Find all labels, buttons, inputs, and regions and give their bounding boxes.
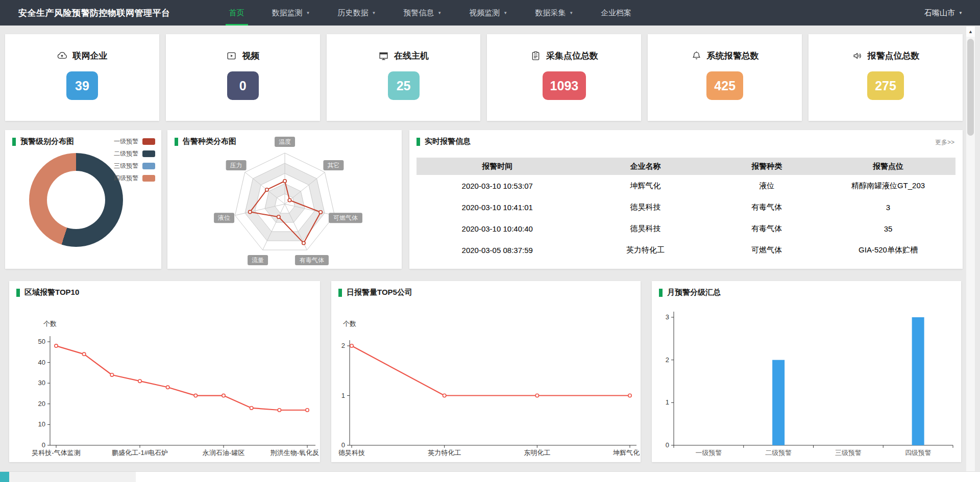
axis-label: 其它 [327, 162, 339, 169]
data-point [222, 394, 225, 397]
axis-label: 二级预警 [765, 449, 792, 456]
nav-item-label: 数据监测 [272, 8, 303, 18]
scrollbar[interactable]: ▲ [966, 27, 975, 482]
axis-label: 昊科技-气体监测 [32, 449, 80, 456]
stat-value-badge: 25 [388, 71, 420, 100]
legend-item[interactable]: 四级预警 [114, 174, 155, 183]
axis-label: 东明化工 [524, 449, 550, 456]
panel-title-text: 日报警量TOP5公司 [347, 288, 412, 297]
panel-realtime-alarms: 实时报警信息 更多>> 报警时间企业名称报警种类报警点位 2020-03-10 … [409, 130, 963, 269]
dashboard-page: 安全生产风险预警防控物联网管理平台 首页数据监测▼历史数据▼预警信息▼视频监测▼… [0, 0, 980, 482]
chevron-down-icon: ▼ [503, 11, 507, 15]
data-point [55, 344, 58, 347]
axis-label: 永润石油-罐区 [203, 449, 244, 456]
data-point [628, 394, 631, 397]
daily-top5-line-chart: 个数012德昊科技英力特化工东明化工坤辉气化 [331, 281, 641, 462]
nav-menu: 首页数据监测▼历史数据▼预警信息▼视频监测▼数据采集▼企业档案 [215, 0, 646, 26]
table-row[interactable]: 2020-03-10 10:41:01德昊科技有毒气体3 [416, 196, 955, 218]
nav-item-menu[interactable]: 历史数据▼ [324, 0, 389, 26]
footer-widget[interactable] [0, 472, 9, 482]
panel-daily-alarm-top5: 日报警量TOP5公司 个数012德昊科技英力特化工东明化工坤辉气化 [331, 281, 641, 462]
panel-title-text: 区域报警TOP10 [24, 288, 79, 297]
table-cell: 精醇南罐液位GT_203 [821, 175, 955, 196]
table-row[interactable]: 2020-03-10 10:40:40德昊科技有毒气体35 [416, 218, 955, 239]
legend-label: 一级预警 [114, 137, 138, 146]
region-top10-line-chart: 个数01020304050昊科技-气体监测鹏盛化工-1#电石炉永润石油-罐区荆洪… [9, 281, 320, 462]
region-label: 石嘴山市 [924, 8, 955, 18]
monthly-summary-bar-chart: 0123一级预警二级预警三级预警四级预警 [652, 281, 961, 462]
panel-title-text: 实时报警信息 [425, 137, 471, 146]
panel-title: 告警种类分布图 [175, 137, 236, 146]
table-cell: 德昊科技 [578, 196, 713, 218]
axis-label: 荆洪生物-氧化反 [271, 449, 319, 456]
table-row[interactable]: 2020-03-05 08:37:59英力特化工可燃气体GIA-520单体贮槽 [416, 239, 955, 261]
table-header-row: 报警时间企业名称报警种类报警点位 [416, 158, 955, 175]
stat-card: 采集点位总数1093 [487, 34, 641, 121]
data-point [535, 394, 538, 397]
nav-item-label: 数据采集 [535, 8, 566, 18]
stat-label: 在线主机 [394, 50, 429, 62]
nav-item-menu[interactable]: 数据采集▼ [521, 0, 587, 26]
nav-item-menu[interactable]: 数据监测▼ [258, 0, 324, 26]
chevron-down-icon: ▼ [569, 11, 573, 15]
data-point [278, 409, 281, 412]
radar-data-point [302, 241, 305, 244]
legend-swatch [142, 175, 155, 182]
legend-item[interactable]: 二级预警 [114, 149, 155, 158]
legend-item[interactable]: 一级预警 [114, 137, 155, 146]
footer-strip [0, 471, 980, 482]
axis-label: 个数 [343, 320, 356, 327]
data-point [138, 379, 141, 383]
axis-label: 1 [341, 392, 345, 399]
radar-data-point [265, 188, 268, 191]
data-point [194, 394, 197, 397]
clipboard-icon [530, 50, 541, 61]
bar [912, 317, 924, 445]
data-point [443, 394, 446, 397]
stat-card: 报警点位总数275 [808, 34, 963, 121]
stat-card: 系统报警总数425 [648, 34, 802, 121]
chevron-down-icon: ▼ [437, 11, 442, 15]
nav-item-menu[interactable]: 视频监测▼ [455, 0, 521, 26]
legend-label: 二级预警 [114, 149, 138, 158]
chevron-down-icon: ▼ [306, 11, 310, 15]
axis-label: 四级预警 [905, 449, 932, 456]
stat-card-header: 采集点位总数 [530, 50, 598, 62]
data-point [82, 352, 85, 356]
legend-item[interactable]: 三级预警 [114, 162, 155, 170]
scrollbar-thumb[interactable] [967, 39, 974, 136]
panel-title: 日报警量TOP5公司 [338, 288, 412, 297]
axis-label: 一级预警 [695, 449, 722, 456]
nav-item-active[interactable]: 首页 [215, 0, 258, 26]
radar-data-point [283, 180, 286, 183]
legend-swatch [142, 163, 155, 169]
axis-label: 英力特化工 [428, 449, 461, 456]
speaker-icon [852, 50, 863, 61]
axis-label: 0 [666, 441, 669, 449]
radar-data-point [288, 198, 291, 201]
axis-label: 3 [666, 313, 669, 321]
table-cell: 德昊科技 [578, 218, 713, 239]
axis-label: 2 [341, 342, 345, 349]
cloud-upload-icon [57, 50, 67, 61]
table-cell: 3 [821, 196, 955, 218]
table-row[interactable]: 2020-03-10 10:53:07坤辉气化液位精醇南罐液位GT_203 [416, 175, 955, 196]
monitor-icon [378, 50, 389, 61]
axis-label: 流量 [252, 257, 264, 264]
axis-label: 50 [38, 338, 45, 345]
line-series [56, 346, 307, 410]
stat-card-header: 联网企业 [57, 50, 107, 62]
stat-card: 视频0 [166, 34, 320, 121]
stat-value-badge: 1093 [543, 71, 586, 100]
more-link[interactable]: 更多>> [935, 138, 954, 147]
radar-data-point [277, 215, 280, 218]
region-selector[interactable]: 石嘴山市 ▼ [924, 0, 963, 26]
nav-item-menu[interactable]: 企业档案 [587, 0, 645, 26]
scroll-up-arrow-icon[interactable]: ▲ [966, 27, 975, 37]
table-cell: 有毒气体 [713, 196, 821, 218]
nav-item-menu[interactable]: 预警信息▼ [389, 0, 455, 26]
axis-label: 30 [38, 379, 45, 387]
table-cell: 2020-03-05 08:37:59 [416, 239, 578, 261]
radar-data-point [319, 211, 322, 214]
axis-label: 个数 [43, 320, 57, 327]
